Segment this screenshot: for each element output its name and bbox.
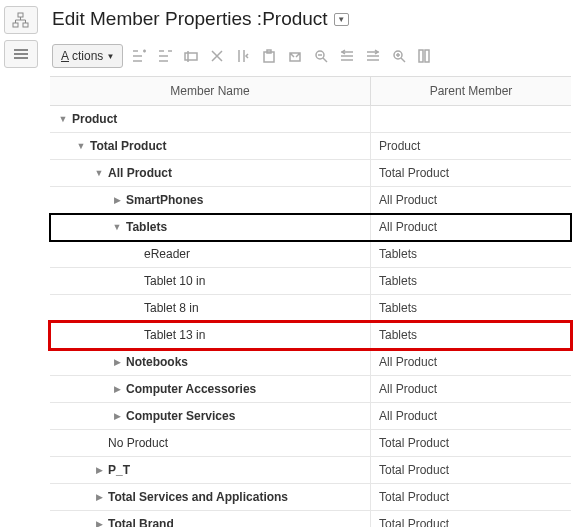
member-label: P_T	[108, 463, 130, 477]
actions-button[interactable]: Actions ▼	[52, 44, 123, 68]
table-row[interactable]: eReaderTablets	[50, 241, 571, 268]
collapse-toggle-icon[interactable]: ▼	[112, 222, 122, 232]
parent-label: All Product	[379, 355, 437, 369]
svg-line-14	[401, 58, 405, 62]
table-row[interactable]: ▼TabletsAll Product	[50, 214, 571, 241]
refresh-icon[interactable]	[287, 48, 303, 64]
member-cell: ▶Computer Services	[50, 403, 371, 429]
parent-label: Product	[379, 139, 420, 153]
member-label: Tablet 13 in	[144, 328, 205, 342]
cut-icon[interactable]	[235, 48, 251, 64]
collapse-toggle-icon[interactable]: ▼	[76, 141, 86, 151]
parent-label: All Product	[379, 193, 437, 207]
table-row[interactable]: ▶NotebooksAll Product	[50, 349, 571, 376]
table-row[interactable]: ▼All ProductTotal Product	[50, 160, 571, 187]
member-label: Product	[72, 112, 117, 126]
member-cell: ▼Tablets	[50, 214, 371, 240]
tree-add-icon[interactable]	[131, 48, 147, 64]
parent-cell: Product	[371, 133, 571, 159]
customize-icon[interactable]	[417, 48, 433, 64]
parent-cell: Total Product	[371, 484, 571, 510]
parent-label: Total Product	[379, 490, 449, 504]
svg-rect-6	[185, 53, 197, 60]
parent-cell: Tablets	[371, 322, 571, 348]
parent-label: Tablets	[379, 301, 417, 315]
expand-toggle-icon[interactable]: ▶	[112, 195, 122, 205]
collapse-all-icon[interactable]	[339, 48, 355, 64]
member-cell: ▼Total Product	[50, 133, 371, 159]
table-row[interactable]: Tablet 8 inTablets	[50, 295, 571, 322]
table-row[interactable]: ▶Total BrandTotal Product	[50, 511, 571, 527]
member-cell: ▶Notebooks	[50, 349, 371, 375]
page-title-row: Edit Member Properties :Product ▼	[50, 4, 571, 40]
column-header-parent[interactable]: Parent Member	[371, 77, 571, 105]
table-row[interactable]: No ProductTotal Product	[50, 430, 571, 457]
hierarchy-icon	[12, 12, 30, 28]
parent-cell: All Product	[371, 403, 571, 429]
expand-toggle-icon[interactable]: ▶	[94, 492, 104, 502]
member-cell: Tablet 8 in	[50, 295, 371, 321]
parent-cell: Tablets	[371, 241, 571, 267]
member-label: Total Services and Applications	[108, 490, 288, 504]
member-cell: ▶Total Brand	[50, 511, 371, 527]
list-view-button[interactable]	[4, 40, 38, 68]
grid-header: Member Name Parent Member	[50, 77, 571, 106]
toolbar: Actions ▼	[50, 40, 571, 76]
zoom-out-icon[interactable]	[313, 48, 329, 64]
expand-toggle-icon[interactable]: ▶	[112, 411, 122, 421]
member-label: Computer Accessories	[126, 382, 256, 396]
expand-all-icon[interactable]	[365, 48, 381, 64]
table-row[interactable]: ▶Computer ServicesAll Product	[50, 403, 571, 430]
table-row[interactable]: ▶Computer AccessoriesAll Product	[50, 376, 571, 403]
table-row[interactable]: ▶Total Services and ApplicationsTotal Pr…	[50, 484, 571, 511]
parent-label: All Product	[379, 220, 437, 234]
chevron-down-icon: ▼	[106, 52, 114, 61]
parent-cell: All Product	[371, 214, 571, 240]
expand-toggle-icon[interactable]: ▶	[112, 357, 122, 367]
table-row[interactable]: ▶P_TTotal Product	[50, 457, 571, 484]
table-row[interactable]: Tablet 13 inTablets	[50, 322, 571, 349]
delete-icon[interactable]	[209, 48, 225, 64]
parent-cell: Tablets	[371, 295, 571, 321]
expand-toggle-icon[interactable]: ▶	[94, 519, 104, 527]
member-label: Tablet 8 in	[144, 301, 199, 315]
member-label: Total Product	[90, 139, 166, 153]
tree-remove-icon[interactable]	[157, 48, 173, 64]
actions-prefix: A	[61, 49, 69, 63]
member-label: No Product	[108, 436, 168, 450]
parent-label: Tablets	[379, 328, 417, 342]
parent-label: All Product	[379, 409, 437, 423]
member-cell: ▶P_T	[50, 457, 371, 483]
parent-cell: Total Product	[371, 430, 571, 456]
table-row[interactable]: ▼Product	[50, 106, 571, 133]
parent-cell: All Product	[371, 349, 571, 375]
parent-label: Total Product	[379, 166, 449, 180]
svg-line-11	[323, 58, 327, 62]
grid-body: ▼Product▼Total ProductProduct▼All Produc…	[50, 106, 571, 527]
expand-toggle-icon[interactable]: ▶	[94, 465, 104, 475]
member-label: All Product	[108, 166, 172, 180]
member-cell: Tablet 13 in	[50, 322, 371, 348]
table-row[interactable]: ▼Total ProductProduct	[50, 133, 571, 160]
column-header-member[interactable]: Member Name	[50, 77, 371, 105]
parent-cell: Total Product	[371, 511, 571, 527]
member-cell: No Product	[50, 430, 371, 456]
parent-label: All Product	[379, 382, 437, 396]
svg-rect-1	[13, 23, 18, 27]
expand-toggle-icon[interactable]: ▶	[112, 384, 122, 394]
paste-icon[interactable]	[261, 48, 277, 64]
list-icon	[12, 47, 30, 61]
parent-label: Total Product	[379, 436, 449, 450]
parent-label: Total Product	[379, 463, 449, 477]
hierarchy-view-button[interactable]	[4, 6, 38, 34]
table-row[interactable]: ▶SmartPhonesAll Product	[50, 187, 571, 214]
title-dropdown[interactable]: ▼	[334, 13, 349, 26]
collapse-toggle-icon[interactable]: ▼	[58, 114, 68, 124]
member-label: Notebooks	[126, 355, 188, 369]
rename-icon[interactable]	[183, 48, 199, 64]
zoom-in-icon[interactable]	[391, 48, 407, 64]
member-label: Tablets	[126, 220, 167, 234]
table-row[interactable]: Tablet 10 inTablets	[50, 268, 571, 295]
collapse-toggle-icon[interactable]: ▼	[94, 168, 104, 178]
member-cell: ▶SmartPhones	[50, 187, 371, 213]
